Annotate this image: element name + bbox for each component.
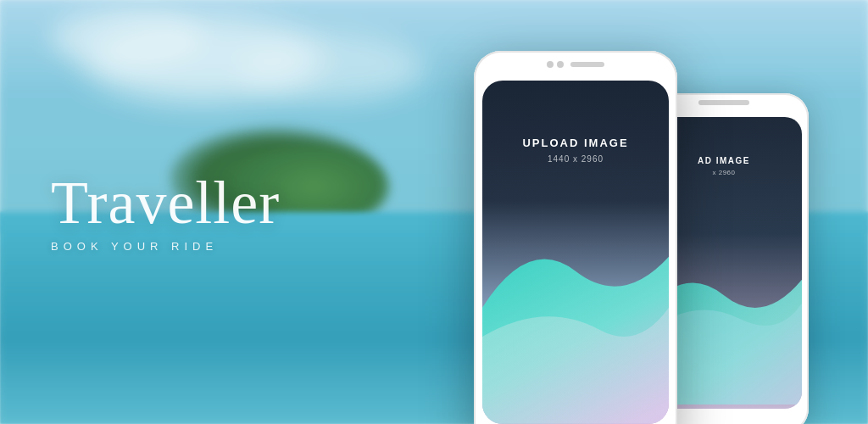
phone-cameras — [547, 61, 564, 68]
camera-dot-1 — [547, 61, 554, 68]
upload-dimensions-back: x 2960 — [712, 169, 735, 176]
upload-dimensions-front: 1440 x 2960 — [548, 154, 604, 164]
phone-front: UPLOAD IMAGE 1440 x 2960 — [474, 51, 677, 424]
phone-front-screen: UPLOAD IMAGE 1440 x 2960 — [482, 81, 669, 424]
brand-title: Traveller — [51, 172, 280, 233]
phone-top-bar — [547, 61, 604, 68]
upload-label-back: AD IMAGE — [698, 156, 750, 165]
screen-wave-front — [482, 235, 669, 424]
branding-section: Traveller BOOK YOUR RIDE — [51, 172, 280, 253]
upload-label-front: UPLOAD IMAGE — [522, 137, 628, 149]
phone-front-shell: UPLOAD IMAGE 1440 x 2960 — [474, 51, 677, 424]
camera-dot-2 — [557, 61, 564, 68]
phone-speaker — [570, 62, 604, 67]
phone-back-notch — [698, 100, 749, 105]
brand-subtitle: BOOK YOUR RIDE — [51, 240, 280, 253]
